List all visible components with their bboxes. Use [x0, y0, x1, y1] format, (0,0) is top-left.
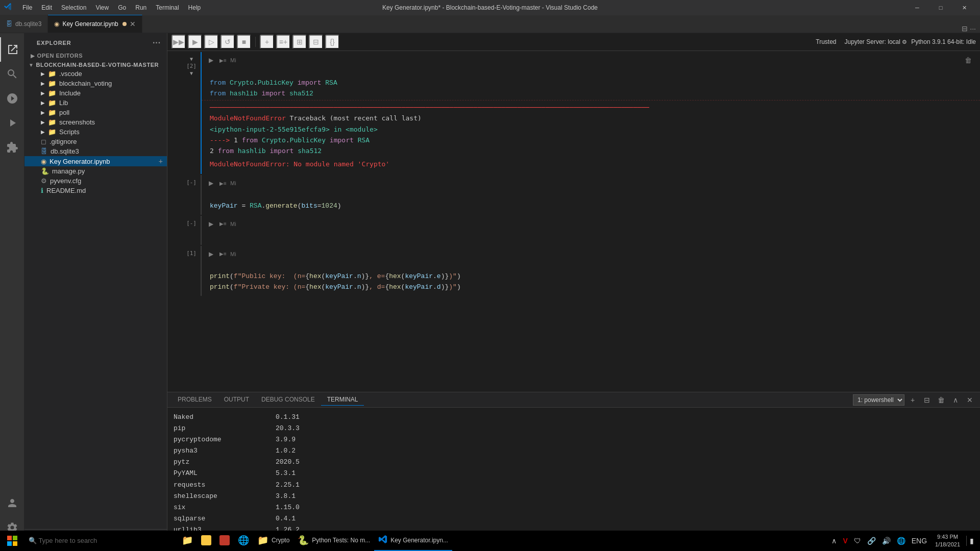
cell-minus1-run-button[interactable]: ▶ — [206, 178, 216, 188]
taskbar-app-yellow[interactable] — [197, 531, 215, 551]
folder-poll[interactable]: ▶ 📁 poll — [24, 108, 167, 117]
run-all-button[interactable]: ▶▶ — [172, 35, 186, 49]
open-editors-section[interactable]: ▶ OPEN EDITORS — [24, 51, 167, 60]
maximize-button[interactable]: □ — [929, 0, 952, 15]
file-gitignore[interactable]: ◻ .gitignore — [24, 137, 167, 146]
menu-help[interactable]: Help — [184, 2, 205, 13]
file-manage-py[interactable]: 🐍 manage.py — [24, 166, 167, 176]
tray-link-icon[interactable]: 🔗 — [865, 536, 878, 546]
variables-button[interactable]: {} — [325, 35, 339, 49]
taskbar-vscode[interactable]: Key Generator.ipyn... — [374, 531, 452, 551]
tray-v-icon[interactable]: V — [841, 536, 849, 546]
tab-db-sqlite3[interactable]: 🗄 db.sqlite3 — [0, 15, 48, 33]
cell-2-code[interactable]: from Crypto.PublicKey import RSA from ha… — [202, 66, 980, 100]
minimize-button[interactable]: ─ — [905, 0, 929, 15]
taskbar-app-red[interactable] — [215, 531, 234, 551]
cell-minus2-run-below[interactable]: ▶≡ — [218, 219, 228, 229]
new-file-button[interactable]: + — [159, 157, 163, 165]
taskbar-clock[interactable]: 9:43 PM 1/18/2021 — [931, 533, 964, 549]
tab-key-generator[interactable]: ◉ Key Generator.ipynb ✕ — [48, 15, 142, 33]
notebook-toolbar: ▶▶ ▶ ▷ ↺ ■ + ≡+ ⊞ ⊟ {} Trusted Jupyter S… — [167, 33, 980, 51]
file-icon-cfg: ⚙ — [41, 177, 47, 185]
run-button[interactable]: ▶ — [188, 35, 202, 49]
tab-problems[interactable]: PROBLEMS — [172, 394, 218, 406]
run-above-button[interactable]: ▷ — [204, 35, 218, 49]
menu-file[interactable]: File — [18, 2, 36, 13]
trusted-badge[interactable]: Trusted — [812, 37, 840, 46]
taskbar-python-tests[interactable]: 🐍 Python Tests: No m... — [293, 531, 374, 551]
menu-terminal[interactable]: Terminal — [152, 2, 183, 13]
clear-output-button[interactable]: ⊟ — [309, 35, 323, 49]
cell-1-code[interactable]: print(f"Public key: (n={hex(keyPair.n)},… — [202, 260, 980, 294]
search-activity-icon[interactable] — [0, 62, 24, 86]
split-terminal-button[interactable]: ⊟ — [921, 394, 933, 406]
more-actions-icon[interactable]: ··· — [970, 24, 976, 33]
kill-terminal-button[interactable]: 🗑 — [935, 394, 947, 406]
menu-run[interactable]: Run — [131, 2, 151, 13]
split-editor-icon[interactable]: ⊟ — [962, 24, 968, 33]
cell-2-delete-button[interactable]: 🗑 — [965, 56, 972, 64]
tab-close-button[interactable]: ✕ — [130, 20, 136, 28]
interrupt-button[interactable]: ■ — [237, 35, 251, 49]
menu-selection[interactable]: Selection — [57, 2, 90, 13]
file-db-sqlite3[interactable]: 🗄 db.sqlite3 — [24, 146, 167, 156]
menu-edit[interactable]: Edit — [37, 2, 56, 13]
shell-selector[interactable]: 1: powershell — [853, 394, 904, 406]
cell-2-run-button[interactable]: ▶ — [206, 55, 216, 65]
taskbar-crypto-explorer[interactable]: 📁 Crypto — [253, 531, 293, 551]
panel-close-button[interactable]: ✕ — [964, 394, 976, 406]
folder-lib[interactable]: ▶ 📁 Lib — [24, 98, 167, 108]
file-readme-md[interactable]: ℹ README.md — [24, 186, 167, 195]
taskbar-search[interactable]: 🔍 Type here to search — [24, 531, 178, 551]
cell-2-collapse-arrow[interactable]: ▼ — [190, 56, 193, 62]
start-button[interactable] — [0, 531, 24, 551]
restart-button[interactable]: ↺ — [220, 35, 235, 49]
toggle-output-button[interactable]: ⊞ — [292, 35, 307, 49]
python-info-label[interactable]: Python 3.9.1 64-bit: Idle — [911, 38, 976, 45]
extensions-activity-icon[interactable] — [0, 135, 24, 160]
jupyter-server-label[interactable]: Jupyter Server: local ⚙ — [845, 38, 908, 45]
tray-shield-icon[interactable]: 🛡 — [852, 536, 863, 546]
tab-terminal[interactable]: TERMINAL — [321, 394, 364, 406]
account-activity-icon[interactable] — [0, 491, 24, 515]
tab-debug-console[interactable]: DEBUG CONSOLE — [255, 394, 321, 406]
tray-lang-icon[interactable]: ENG — [910, 536, 929, 546]
file-key-generator[interactable]: ◉ Key Generator.ipynb + — [24, 156, 167, 166]
folder-vscode[interactable]: ▶ 📁 .vscode — [24, 69, 167, 79]
add-markdown-button[interactable]: ≡+ — [276, 35, 290, 49]
cell-minus1-code[interactable]: keyPair = RSA.generate(bits=1024) — [202, 189, 980, 213]
tray-chevron-icon[interactable]: ∧ — [829, 536, 839, 546]
cell-1-run-below[interactable]: ▶≡ — [218, 249, 228, 259]
project-section[interactable]: ▼ BLOCKCHAIN-BASED-E-VOTING-MASTER — [24, 60, 167, 69]
cell-2-run-below-button[interactable]: ▶≡ — [218, 55, 228, 65]
terminal-content[interactable]: Naked 0.1.31 pip 20.3.3 pycryptodome 3.9… — [167, 408, 980, 540]
cell-minus1-run-below-button[interactable]: ▶≡ — [218, 178, 228, 188]
close-button[interactable]: ✕ — [952, 0, 976, 15]
taskbar-edge[interactable]: 🌐 — [234, 531, 253, 551]
jupyter-settings-icon[interactable]: ⚙ — [902, 39, 907, 45]
menu-go[interactable]: Go — [114, 2, 130, 13]
svg-rect-0 — [7, 536, 12, 540]
tray-network-icon[interactable]: 🌐 — [895, 536, 908, 546]
file-pyvenv-cfg[interactable]: ⚙ pyvenv.cfg — [24, 176, 167, 186]
panel-collapse-button[interactable]: ∧ — [949, 394, 962, 406]
explorer-activity-icon[interactable] — [0, 37, 24, 62]
cell-minus2-run-button[interactable]: ▶ — [206, 219, 216, 229]
debug-activity-icon[interactable] — [0, 111, 24, 135]
add-cell-button[interactable]: + — [260, 35, 274, 49]
taskbar-file-explorer[interactable]: 📁 — [178, 531, 197, 551]
tab-output[interactable]: OUTPUT — [218, 394, 255, 406]
show-desktop-button[interactable]: ▮ — [966, 536, 976, 546]
folder-screenshots[interactable]: ▶ 📁 screenshots — [24, 117, 167, 127]
folder-scripts[interactable]: ▶ 📁 Scripts — [24, 127, 167, 137]
menu-view[interactable]: View — [91, 2, 113, 13]
source-control-activity-icon[interactable] — [0, 86, 24, 111]
cell-2-collapse-bottom[interactable]: ▼ — [190, 70, 193, 76]
sidebar-more-actions[interactable]: ··· — [153, 38, 161, 47]
add-terminal-button[interactable]: + — [906, 394, 919, 406]
tray-volume-icon[interactable]: 🔊 — [880, 536, 893, 546]
cell-minus2-code[interactable] — [202, 230, 980, 243]
folder-blockchain-voting[interactable]: ▶ 📁 blockchain_voting — [24, 79, 167, 88]
folder-include[interactable]: ▶ 📁 Include — [24, 88, 167, 98]
cell-1-run-button[interactable]: ▶ — [206, 249, 216, 259]
